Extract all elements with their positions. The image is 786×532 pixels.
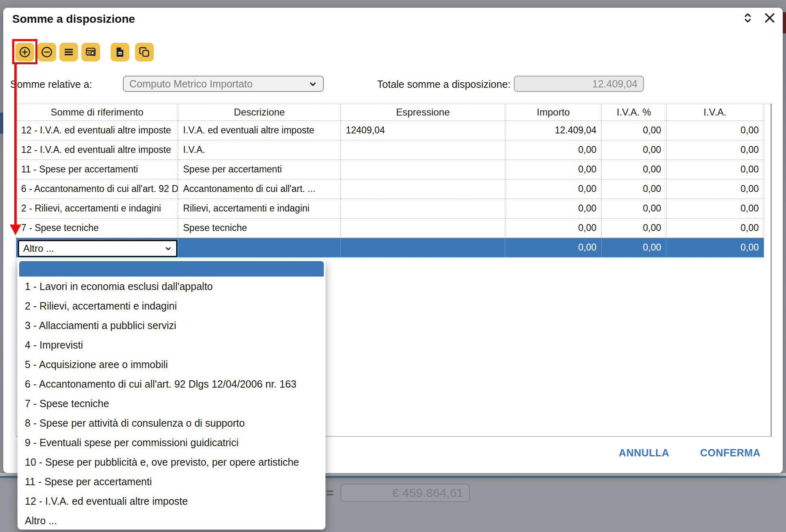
table-row[interactable]: 11 - Spese per accertamenti Spese per ac… — [16, 160, 764, 179]
remove-circle-icon — [41, 46, 53, 58]
somme-relative-label: Somme relative a: — [10, 78, 92, 90]
table-header-row: Somme di riferimento Descrizione Espress… — [16, 104, 764, 121]
somma-riferimento-select-value: Altro ... — [23, 241, 54, 256]
close-icon[interactable] — [762, 11, 777, 25]
dialog-title: Somme a disposizione — [12, 13, 135, 26]
dropdown-option[interactable]: 5 - Acquisizione aree o immobili — [17, 355, 325, 374]
total-amount-field: € 459.864,61 — [341, 484, 470, 502]
dropdown-option[interactable]: 9 - Eventuali spese per commissioni guid… — [17, 433, 325, 452]
somma-riferimento-select[interactable]: Altro ... — [18, 240, 177, 257]
list-button[interactable] — [59, 43, 78, 61]
dropdown-option[interactable]: 1 - Lavori in economia esclusi dall'appa… — [17, 277, 325, 296]
conferma-button[interactable]: CONFERMA — [694, 446, 767, 460]
somme-relative-value: Computo Metrico Importato — [129, 76, 253, 91]
chevron-down-icon — [164, 245, 172, 253]
dropdown-option[interactable]: 12 - I.V.A. ed eventuali altre imposte — [17, 491, 325, 511]
somme-relative-select[interactable]: Computo Metrico Importato — [123, 76, 324, 92]
annotation-arrow-line — [14, 64, 17, 225]
copy-button[interactable] — [135, 43, 154, 61]
column-header: Espressione — [341, 104, 505, 121]
table-search-icon — [85, 46, 97, 58]
annotation-arrow-head — [10, 225, 21, 235]
table-row[interactable]: 12 - I.V.A. ed eventuali altre imposte I… — [16, 140, 764, 160]
table-row[interactable]: 2 - Rilievi, accertamenti e indagini Ril… — [16, 199, 764, 218]
dropdown-option-empty[interactable] — [19, 261, 324, 277]
document-button[interactable] — [111, 43, 129, 61]
dropdown-option[interactable]: 10 - Spese per pubblicità e, ove previst… — [17, 452, 325, 472]
background-sliver — [783, 12, 786, 33]
document-icon — [114, 46, 126, 58]
dropdown-option[interactable]: 11 - Spese per accertamenti — [17, 472, 325, 491]
chevron-down-icon — [308, 80, 317, 89]
column-header: Descrizione — [178, 104, 341, 121]
dropdown-option[interactable]: 4 - Imprevisti — [17, 335, 325, 355]
dropdown-option[interactable]: 6 - Accantonamento di cui all'art. 92 Dl… — [17, 374, 325, 394]
dropdown-option[interactable]: Altro ... — [17, 511, 325, 530]
table-row[interactable]: 7 - Spese tecniche Spese tecniche 0,00 0… — [16, 218, 764, 238]
column-header: Importo — [505, 104, 602, 121]
screen: = € 459.864,61 Somme a disposizione — [0, 0, 786, 532]
table-row[interactable]: 12 - I.V.A. ed eventuali altre imposte I… — [16, 121, 764, 140]
totale-somme-field: 12.409,04 — [514, 76, 644, 92]
column-header: I.V.A. % — [602, 104, 666, 121]
annulla-button[interactable]: ANNULLA — [611, 446, 677, 460]
copy-icon — [138, 46, 151, 58]
menu-icon — [63, 46, 75, 58]
table-row[interactable]: 6 - Accantonamento di cui all'art. 92 Dl… — [16, 179, 764, 199]
equals-sign: = — [324, 484, 336, 502]
dropdown-option[interactable]: 8 - Spese per attività di consulenza o d… — [17, 413, 325, 433]
remove-row-button[interactable] — [37, 43, 56, 61]
totale-label: Totale somme a disposizione: — [366, 78, 511, 90]
dropdown-option[interactable]: 2 - Rilievi, accertamenti e indagini — [17, 296, 325, 316]
dropdown-options-list: 1 - Lavori in economia esclusi dall'appa… — [17, 277, 325, 530]
column-header: Somme di riferimento — [16, 104, 178, 121]
dropdown-option[interactable]: 3 - Allacciamenti a pubblici servizi — [17, 316, 325, 335]
table-search-button[interactable] — [81, 43, 100, 61]
column-header: I.V.A. — [666, 104, 764, 121]
annotation-highlight-box — [12, 39, 37, 64]
table-row-selected[interactable]: Altro ... 0,00 0,00 0,00 — [16, 238, 764, 257]
resize-vertical-icon[interactable] — [740, 11, 755, 25]
dropdown-option[interactable]: 7 - Spese tecniche — [17, 394, 325, 413]
somma-riferimento-dropdown: 1 - Lavori in economia esclusi dall'appa… — [17, 259, 325, 530]
